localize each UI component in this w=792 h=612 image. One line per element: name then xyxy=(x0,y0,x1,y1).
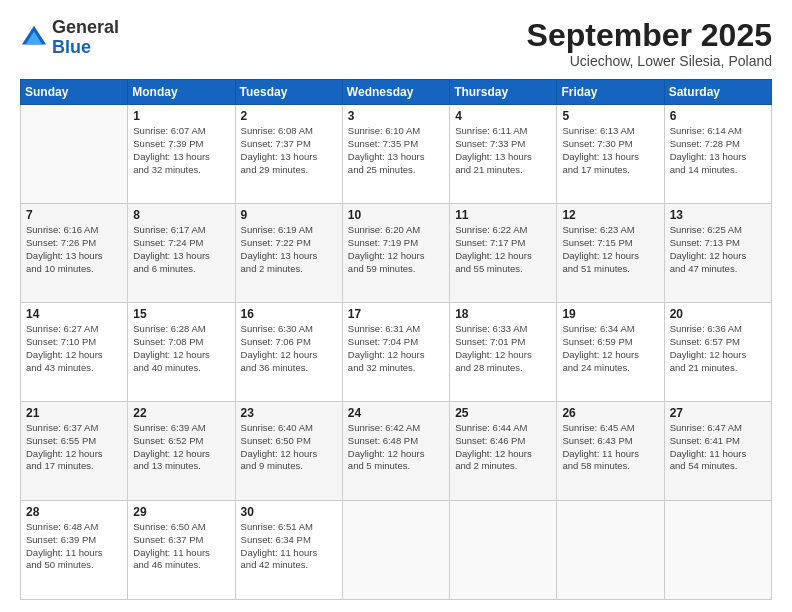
calendar-header-monday: Monday xyxy=(128,80,235,105)
calendar-cell xyxy=(450,501,557,600)
day-info: Sunrise: 6:34 AMSunset: 6:59 PMDaylight:… xyxy=(562,323,658,374)
calendar-header-thursday: Thursday xyxy=(450,80,557,105)
calendar-cell: 21Sunrise: 6:37 AMSunset: 6:55 PMDayligh… xyxy=(21,402,128,501)
day-number: 8 xyxy=(133,208,229,222)
calendar-table: SundayMondayTuesdayWednesdayThursdayFrid… xyxy=(20,79,772,600)
day-info: Sunrise: 6:48 AMSunset: 6:39 PMDaylight:… xyxy=(26,521,122,572)
header: General Blue September 2025 Uciechow, Lo… xyxy=(20,18,772,69)
day-info: Sunrise: 6:36 AMSunset: 6:57 PMDaylight:… xyxy=(670,323,766,374)
calendar-header-friday: Friday xyxy=(557,80,664,105)
calendar-cell: 30Sunrise: 6:51 AMSunset: 6:34 PMDayligh… xyxy=(235,501,342,600)
calendar-cell: 22Sunrise: 6:39 AMSunset: 6:52 PMDayligh… xyxy=(128,402,235,501)
calendar-cell: 26Sunrise: 6:45 AMSunset: 6:43 PMDayligh… xyxy=(557,402,664,501)
day-number: 13 xyxy=(670,208,766,222)
calendar-cell: 14Sunrise: 6:27 AMSunset: 7:10 PMDayligh… xyxy=(21,303,128,402)
day-number: 27 xyxy=(670,406,766,420)
day-number: 19 xyxy=(562,307,658,321)
day-info: Sunrise: 6:19 AMSunset: 7:22 PMDaylight:… xyxy=(241,224,337,275)
day-info: Sunrise: 6:31 AMSunset: 7:04 PMDaylight:… xyxy=(348,323,444,374)
day-info: Sunrise: 6:47 AMSunset: 6:41 PMDaylight:… xyxy=(670,422,766,473)
day-info: Sunrise: 6:13 AMSunset: 7:30 PMDaylight:… xyxy=(562,125,658,176)
calendar-cell: 27Sunrise: 6:47 AMSunset: 6:41 PMDayligh… xyxy=(664,402,771,501)
day-number: 3 xyxy=(348,109,444,123)
day-number: 23 xyxy=(241,406,337,420)
calendar-cell: 20Sunrise: 6:36 AMSunset: 6:57 PMDayligh… xyxy=(664,303,771,402)
day-number: 15 xyxy=(133,307,229,321)
calendar-week-1: 1Sunrise: 6:07 AMSunset: 7:39 PMDaylight… xyxy=(21,105,772,204)
day-number: 2 xyxy=(241,109,337,123)
day-number: 4 xyxy=(455,109,551,123)
day-number: 18 xyxy=(455,307,551,321)
calendar-cell: 19Sunrise: 6:34 AMSunset: 6:59 PMDayligh… xyxy=(557,303,664,402)
calendar-cell xyxy=(342,501,449,600)
calendar-cell: 1Sunrise: 6:07 AMSunset: 7:39 PMDaylight… xyxy=(128,105,235,204)
calendar-cell: 10Sunrise: 6:20 AMSunset: 7:19 PMDayligh… xyxy=(342,204,449,303)
calendar-cell: 25Sunrise: 6:44 AMSunset: 6:46 PMDayligh… xyxy=(450,402,557,501)
day-number: 6 xyxy=(670,109,766,123)
calendar-cell: 2Sunrise: 6:08 AMSunset: 7:37 PMDaylight… xyxy=(235,105,342,204)
day-number: 12 xyxy=(562,208,658,222)
day-info: Sunrise: 6:08 AMSunset: 7:37 PMDaylight:… xyxy=(241,125,337,176)
calendar-cell: 6Sunrise: 6:14 AMSunset: 7:28 PMDaylight… xyxy=(664,105,771,204)
day-number: 24 xyxy=(348,406,444,420)
day-info: Sunrise: 6:50 AMSunset: 6:37 PMDaylight:… xyxy=(133,521,229,572)
day-number: 28 xyxy=(26,505,122,519)
day-info: Sunrise: 6:33 AMSunset: 7:01 PMDaylight:… xyxy=(455,323,551,374)
day-info: Sunrise: 6:14 AMSunset: 7:28 PMDaylight:… xyxy=(670,125,766,176)
day-info: Sunrise: 6:22 AMSunset: 7:17 PMDaylight:… xyxy=(455,224,551,275)
day-number: 1 xyxy=(133,109,229,123)
day-info: Sunrise: 6:20 AMSunset: 7:19 PMDaylight:… xyxy=(348,224,444,275)
day-number: 16 xyxy=(241,307,337,321)
day-info: Sunrise: 6:40 AMSunset: 6:50 PMDaylight:… xyxy=(241,422,337,473)
calendar-cell: 13Sunrise: 6:25 AMSunset: 7:13 PMDayligh… xyxy=(664,204,771,303)
day-number: 17 xyxy=(348,307,444,321)
day-info: Sunrise: 6:44 AMSunset: 6:46 PMDaylight:… xyxy=(455,422,551,473)
calendar-cell: 7Sunrise: 6:16 AMSunset: 7:26 PMDaylight… xyxy=(21,204,128,303)
day-info: Sunrise: 6:37 AMSunset: 6:55 PMDaylight:… xyxy=(26,422,122,473)
calendar-cell: 12Sunrise: 6:23 AMSunset: 7:15 PMDayligh… xyxy=(557,204,664,303)
calendar-cell xyxy=(21,105,128,204)
page: General Blue September 2025 Uciechow, Lo… xyxy=(0,0,792,612)
day-info: Sunrise: 6:10 AMSunset: 7:35 PMDaylight:… xyxy=(348,125,444,176)
calendar-cell: 5Sunrise: 6:13 AMSunset: 7:30 PMDaylight… xyxy=(557,105,664,204)
logo: General Blue xyxy=(20,18,119,58)
day-info: Sunrise: 6:30 AMSunset: 7:06 PMDaylight:… xyxy=(241,323,337,374)
day-number: 9 xyxy=(241,208,337,222)
calendar-cell: 11Sunrise: 6:22 AMSunset: 7:17 PMDayligh… xyxy=(450,204,557,303)
day-info: Sunrise: 6:17 AMSunset: 7:24 PMDaylight:… xyxy=(133,224,229,275)
calendar-cell: 28Sunrise: 6:48 AMSunset: 6:39 PMDayligh… xyxy=(21,501,128,600)
day-number: 25 xyxy=(455,406,551,420)
day-info: Sunrise: 6:28 AMSunset: 7:08 PMDaylight:… xyxy=(133,323,229,374)
day-number: 21 xyxy=(26,406,122,420)
day-info: Sunrise: 6:27 AMSunset: 7:10 PMDaylight:… xyxy=(26,323,122,374)
calendar-cell: 29Sunrise: 6:50 AMSunset: 6:37 PMDayligh… xyxy=(128,501,235,600)
calendar-week-4: 21Sunrise: 6:37 AMSunset: 6:55 PMDayligh… xyxy=(21,402,772,501)
day-number: 29 xyxy=(133,505,229,519)
day-number: 10 xyxy=(348,208,444,222)
day-info: Sunrise: 6:16 AMSunset: 7:26 PMDaylight:… xyxy=(26,224,122,275)
calendar-header-row: SundayMondayTuesdayWednesdayThursdayFrid… xyxy=(21,80,772,105)
day-number: 14 xyxy=(26,307,122,321)
day-info: Sunrise: 6:45 AMSunset: 6:43 PMDaylight:… xyxy=(562,422,658,473)
day-info: Sunrise: 6:39 AMSunset: 6:52 PMDaylight:… xyxy=(133,422,229,473)
day-info: Sunrise: 6:42 AMSunset: 6:48 PMDaylight:… xyxy=(348,422,444,473)
calendar-cell: 8Sunrise: 6:17 AMSunset: 7:24 PMDaylight… xyxy=(128,204,235,303)
day-info: Sunrise: 6:51 AMSunset: 6:34 PMDaylight:… xyxy=(241,521,337,572)
day-number: 20 xyxy=(670,307,766,321)
calendar-cell xyxy=(664,501,771,600)
logo-text: General Blue xyxy=(52,18,119,58)
day-number: 7 xyxy=(26,208,122,222)
month-title: September 2025 xyxy=(527,18,772,53)
day-number: 11 xyxy=(455,208,551,222)
calendar-week-3: 14Sunrise: 6:27 AMSunset: 7:10 PMDayligh… xyxy=(21,303,772,402)
calendar-cell: 3Sunrise: 6:10 AMSunset: 7:35 PMDaylight… xyxy=(342,105,449,204)
day-info: Sunrise: 6:07 AMSunset: 7:39 PMDaylight:… xyxy=(133,125,229,176)
calendar-header-saturday: Saturday xyxy=(664,80,771,105)
calendar-cell: 24Sunrise: 6:42 AMSunset: 6:48 PMDayligh… xyxy=(342,402,449,501)
calendar-cell: 17Sunrise: 6:31 AMSunset: 7:04 PMDayligh… xyxy=(342,303,449,402)
calendar-cell: 18Sunrise: 6:33 AMSunset: 7:01 PMDayligh… xyxy=(450,303,557,402)
calendar-cell: 16Sunrise: 6:30 AMSunset: 7:06 PMDayligh… xyxy=(235,303,342,402)
day-number: 30 xyxy=(241,505,337,519)
calendar-cell: 9Sunrise: 6:19 AMSunset: 7:22 PMDaylight… xyxy=(235,204,342,303)
calendar-week-2: 7Sunrise: 6:16 AMSunset: 7:26 PMDaylight… xyxy=(21,204,772,303)
